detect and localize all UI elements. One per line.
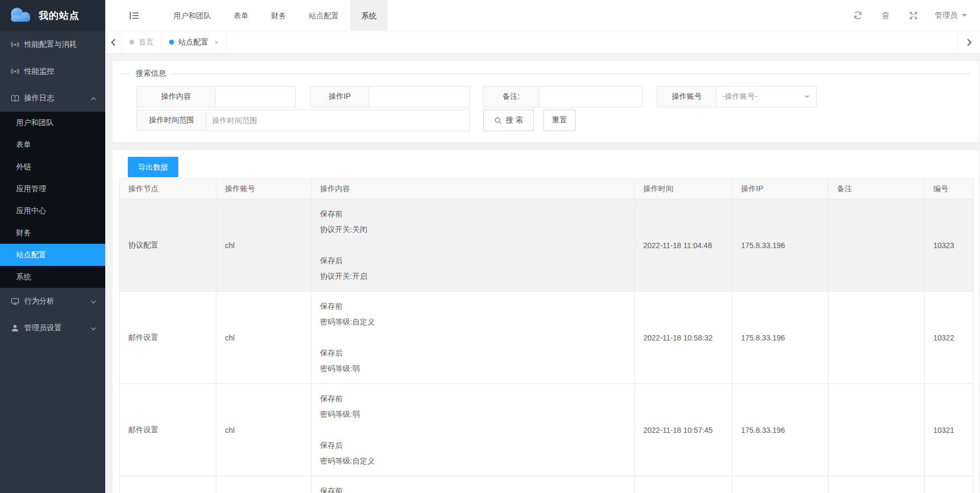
table-row[interactable]: 协议配置chl保存前协议开关:关闭 保存后协议开关:开启2022-11-18 1… [120, 199, 974, 292]
breadcrumb-tab[interactable]: 站点配置× [162, 31, 227, 54]
field-remark-label: 备注: [483, 86, 540, 107]
trash-icon[interactable] [872, 0, 899, 31]
ip-input[interactable] [369, 86, 469, 107]
cell-time: 2022-11-18 11:04:48 [635, 199, 732, 292]
field-account-label: 操作账号 [657, 86, 717, 107]
fullscreen-icon[interactable] [899, 0, 927, 31]
refresh-icon[interactable] [844, 0, 872, 31]
sidebar-item-4[interactable]: 行为分析 [0, 288, 105, 315]
field-remark: 备注: [483, 86, 643, 107]
column-header: 操作内容 [311, 179, 635, 199]
content-line: 协议开关:开启 [320, 269, 626, 284]
topnav-tabs: 用户和团队表单财务站点配置系统 [162, 0, 388, 31]
sidebar-item-label: 性能监控 [24, 67, 54, 76]
search-button[interactable]: 搜 索 [483, 110, 534, 131]
user-name: 管理员 [935, 11, 957, 20]
sidebar-item-label: 操作日志 [24, 93, 54, 103]
chevron-up-icon [90, 95, 97, 104]
signal-icon [11, 67, 19, 76]
operation-log-table: 操作节点操作账号操作内容操作时间操作IP备注编号 协议配置chl保存前协议开关:… [119, 178, 974, 493]
cell-remark [829, 476, 925, 493]
cell-remark [829, 199, 925, 292]
site-name: 我的站点 [39, 9, 79, 22]
sidebar: 我的站点 性能配置与消耗性能监控操作日志用户和团队表单外链应用管理应用中心财务站… [0, 0, 105, 493]
cell-id: 10320 [925, 476, 974, 493]
export-data-button[interactable]: 导出数据 [128, 157, 178, 177]
content-line: 密码等级:弱 [320, 361, 626, 376]
cell-remark [829, 384, 925, 476]
content-line: 密码等级:自定义 [320, 453, 626, 469]
reset-button-label: 重置 [552, 115, 567, 125]
sidebar-item-1[interactable]: 性能配置与消耗 [0, 31, 105, 58]
time-range-input[interactable] [207, 110, 469, 130]
remark-input[interactable] [540, 86, 642, 107]
sidebar-subitem[interactable]: 财务 [0, 222, 105, 244]
table-row[interactable]: 邮件设置chl保存前密码等级:自定义2022-11-17 18:21:43175… [120, 476, 974, 493]
topnav-tab-1[interactable]: 用户和团队 [162, 0, 222, 31]
magnifier-icon [494, 117, 502, 125]
cell-time: 2022-11-17 18:21:43 [635, 476, 732, 493]
tabs-scroll-left-icon[interactable] [105, 31, 121, 54]
column-header: 操作节点 [120, 179, 216, 199]
cloud-logo-icon [6, 6, 34, 25]
account-select[interactable]: -操作账号- [717, 86, 816, 107]
reset-button[interactable]: 重置 [543, 110, 576, 131]
chevron-down-icon [90, 325, 97, 334]
content-line [320, 330, 626, 345]
table-row[interactable]: 邮件设置chl保存前密码等级:弱 保存后密码等级:自定义2022-11-18 1… [120, 384, 974, 476]
breadcrumb-tab[interactable]: 首页 [121, 31, 162, 54]
cell-ip: 175.8.33.196 [732, 384, 829, 476]
cell-node: 协议配置 [120, 199, 216, 292]
tabs-scroll-right-icon[interactable] [957, 31, 980, 54]
content-input[interactable] [216, 86, 295, 107]
sidebar-item-3[interactable]: 操作日志 [0, 85, 105, 112]
sidebar-subitem[interactable]: 应用中心 [0, 200, 105, 222]
topnav-tab-3[interactable]: 财务 [260, 0, 297, 31]
search-panel: 搜索信息 操作内容 操作IP 备注: 操作账号 -操作账号- 操作时间范围 搜 … [113, 61, 979, 142]
content-line: 协议开关:关闭 [320, 222, 626, 237]
chevron-down-icon [90, 298, 97, 307]
sidebar-subitem[interactable]: 应用管理 [0, 178, 105, 200]
table-row[interactable]: 邮件设置chl保存前密码等级:自定义 保存后密码等级:弱2022-11-18 1… [120, 292, 974, 384]
user-menu[interactable]: 管理员 [927, 11, 971, 20]
sidebar-item-2[interactable]: 性能监控 [0, 58, 105, 85]
sidebar-subitem[interactable]: 表单 [0, 134, 105, 156]
cell-content: 保存前密码等级:自定义 [311, 476, 635, 493]
search-legend: 搜索信息 [130, 69, 171, 78]
sidebar-item-label: 行为分析 [24, 296, 54, 306]
content-line: 保存前 [320, 206, 626, 222]
cell-time: 2022-11-18 10:58:32 [635, 292, 732, 384]
cell-ip: 175.8.33.196 [732, 199, 829, 292]
tab-label: 首页 [139, 38, 154, 47]
content-line: 保存前 [320, 391, 626, 407]
cell-content: 保存前协议开关:关闭 保存后协议开关:开启 [311, 199, 635, 292]
sidebar-menu: 性能配置与消耗性能监控操作日志用户和团队表单外链应用管理应用中心财务站点配置系统… [0, 31, 105, 342]
close-icon[interactable]: × [214, 38, 219, 47]
sidebar-subitem[interactable]: 外链 [0, 156, 105, 178]
sidebar-subitem[interactable]: 站点配置 [0, 244, 105, 266]
chevron-down-icon [962, 14, 967, 19]
column-header: 操作账号 [216, 179, 311, 199]
content-line: 保存前 [320, 483, 626, 493]
topnav-tab-4[interactable]: 站点配置 [297, 0, 350, 31]
sidebar-subitem[interactable]: 用户和团队 [0, 112, 105, 134]
topnav-tab-5[interactable]: 系统 [350, 0, 388, 31]
tab-label: 站点配置 [178, 38, 208, 47]
cell-account: chl [216, 199, 311, 292]
column-header: 操作时间 [635, 179, 732, 199]
chevron-down-icon [804, 96, 810, 101]
content-line [320, 422, 626, 438]
sidebar-item-label: 性能配置与消耗 [24, 40, 77, 49]
cell-content: 保存前密码等级:弱 保存后密码等级:自定义 [311, 384, 635, 476]
cell-remark [829, 292, 925, 384]
content-line: 密码等级:自定义 [320, 314, 626, 330]
sidebar-subitem[interactable]: 系统 [0, 266, 105, 288]
cell-node: 邮件设置 [120, 476, 216, 493]
field-time-range-label: 操作时间范围 [137, 110, 207, 130]
breadcrumb-tabs-bar: 首页站点配置× [105, 31, 980, 54]
cell-time: 2022-11-18 10:57:45 [635, 384, 732, 476]
collapse-menu-icon[interactable] [129, 11, 140, 20]
content-line: 保存前 [320, 299, 626, 314]
sidebar-item-5[interactable]: 管理员设置 [0, 315, 105, 342]
topnav-tab-2[interactable]: 表单 [222, 0, 260, 31]
